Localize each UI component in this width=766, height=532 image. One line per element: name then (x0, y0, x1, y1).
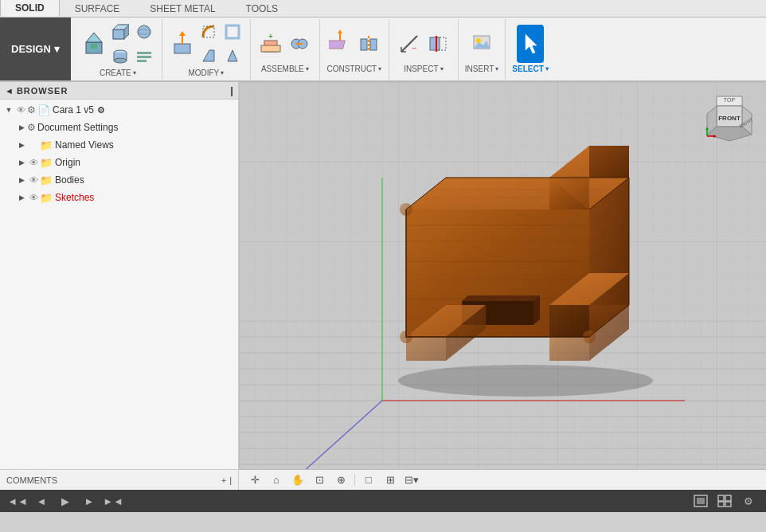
construct-offset-plane-button[interactable] (326, 25, 354, 63)
status-next-button[interactable]: ► (80, 492, 99, 510)
expand-bodies[interactable]: ▶ (16, 176, 27, 184)
inspect-label[interactable]: INSPECT ▾ (404, 65, 443, 73)
folder-named-views: 📁 (40, 139, 53, 151)
expand-doc-settings[interactable]: ▶ (16, 123, 27, 131)
insert-image-button[interactable] (468, 25, 495, 63)
group-select: SELECT ▾ (506, 19, 554, 80)
inspect-measure-button[interactable]: ↔ (396, 25, 423, 63)
object-shadow (398, 365, 653, 397)
group-construct: CONSTRUCT ▾ (320, 19, 389, 80)
browser-content: ▼ 👁 ⚙ 📄 Cara 1 v5 ⚙ ▶ ⚙ Document Setting… (0, 100, 238, 469)
status-prev-button[interactable]: ◄ (32, 492, 51, 510)
modify-fillet-button[interactable] (197, 21, 220, 43)
status-end-button[interactable]: ►◄ (104, 492, 123, 510)
modify-shell-button[interactable] (221, 21, 244, 43)
modify-draft-button[interactable] (221, 45, 244, 67)
viewport-zoom-button[interactable]: ⊕ (331, 471, 350, 489)
viewport-pan-button[interactable]: ✛ (245, 471, 264, 489)
browser-item-sketches[interactable]: ▶ 👁 📁 Sketches (0, 189, 238, 206)
construct-label[interactable]: CONSTRUCT ▾ (326, 65, 381, 73)
viewport[interactable]: FRONT RIGHT TOP ✛ ⌂ ✋ ⊡ ⊕ (239, 82, 766, 490)
browser-panel: ◄ BROWSER | ▼ 👁 ⚙ 📄 Cara 1 v5 ⚙ ▶ ⚙ Docu… (0, 82, 239, 490)
insert-icons (468, 25, 495, 63)
select-button[interactable] (517, 25, 544, 63)
status-play-button[interactable]: ▶ (56, 492, 75, 510)
create-caret: ▾ (133, 69, 136, 76)
svg-marker-18 (179, 31, 186, 36)
eye-origin[interactable]: 👁 (27, 158, 40, 167)
doc-settings-label: Document Settings (37, 122, 118, 133)
assemble-icons: + (257, 25, 313, 63)
eye-sketches[interactable]: 👁 (27, 193, 40, 202)
toolbar-separator-1 (354, 474, 355, 486)
eye-bodies[interactable]: 👁 (27, 175, 40, 185)
viewport-home-button[interactable]: ⌂ (267, 471, 286, 489)
expand-origin[interactable]: ▶ (16, 158, 27, 166)
create-text: CREATE (100, 68, 131, 77)
viewport-hand-button[interactable]: ✋ (288, 471, 307, 489)
status-box-view-button[interactable] (715, 492, 734, 510)
modify-label[interactable]: MODIFY ▾ (188, 68, 224, 77)
browser-item-bodies[interactable]: ▶ 👁 📁 Bodies (0, 171, 238, 189)
eye-root[interactable]: 👁 (14, 105, 27, 115)
browser-item-named-views[interactable]: ▶ 📁 Named Views (0, 136, 238, 154)
inspect-section-analysis-button[interactable] (424, 25, 451, 63)
status-frame-view-button[interactable] (691, 492, 710, 510)
tab-solid[interactable]: SOLID (0, 0, 60, 17)
select-caret: ▾ (545, 65, 549, 72)
browser-collapse-icon[interactable]: ◄ (5, 86, 14, 96)
svg-marker-21 (228, 50, 237, 61)
assemble-joint-button[interactable] (286, 25, 313, 63)
folder-sketches: 📁 (40, 192, 53, 204)
design-button[interactable]: DESIGN ▾ (0, 18, 71, 80)
main-area: ◄ BROWSER | ▼ 👁 ⚙ 📄 Cara 1 v5 ⚙ ▶ ⚙ Docu… (0, 82, 766, 490)
viewport-grid-dropdown-button[interactable]: ⊟▾ (402, 471, 421, 489)
construct-icons (326, 25, 382, 63)
svg-rect-3 (113, 29, 124, 39)
tab-tools[interactable]: TOOLS (231, 0, 293, 17)
expand-named-views[interactable]: ▶ (16, 141, 27, 149)
gear-root[interactable]: ⚙ (27, 104, 36, 115)
create-more-button[interactable] (133, 45, 155, 67)
construct-midplane-button[interactable] (355, 25, 382, 63)
expand-sketches[interactable]: ▶ (16, 194, 27, 201)
create-cylinder-button[interactable] (109, 45, 131, 67)
svg-marker-44 (526, 34, 537, 53)
assemble-new-component-button[interactable]: + (257, 25, 284, 63)
browser-item-origin[interactable]: ▶ 👁 📁 Origin (0, 154, 238, 171)
browser-item-root[interactable]: ▼ 👁 ⚙ 📄 Cara 1 v5 ⚙ (0, 101, 238, 119)
svg-rect-14 (137, 52, 151, 54)
browser-expand-icon[interactable]: | (230, 84, 233, 96)
assemble-caret: ▾ (306, 65, 309, 72)
svg-rect-91 (718, 502, 724, 507)
viewport-bottom-toolbar: ✛ ⌂ ✋ ⊡ ⊕ □ ⊞ ⊟▾ (239, 469, 766, 490)
assemble-label[interactable]: ASSEMBLE ▾ (261, 65, 309, 73)
select-label[interactable]: SELECT ▾ (512, 65, 548, 73)
modify-press-pull-button[interactable] (169, 25, 196, 63)
viewport-display-mode-button[interactable]: □ (359, 471, 378, 489)
browser-item-doc-settings[interactable]: ▶ ⚙ Document Settings (0, 119, 238, 136)
view-cube[interactable]: FRONT RIGHT TOP (701, 90, 758, 147)
create-extrude-button[interactable] (80, 25, 107, 63)
tab-surface[interactable]: SURFACE (60, 0, 135, 17)
create-label[interactable]: CREATE ▾ (100, 68, 136, 77)
svg-rect-32 (370, 39, 377, 50)
viewport-zoom-fit-button[interactable]: ⊡ (310, 471, 329, 489)
toolbar-wrapper: SOLID SURFACE SHEET METAL TOOLS DESIGN ▾ (0, 0, 766, 82)
viewport-grid-button[interactable]: ⊞ (381, 471, 400, 489)
expand-root[interactable]: ▼ (3, 106, 14, 114)
modify-chamfer-button[interactable] (197, 45, 220, 67)
insert-label[interactable]: INSERT ▾ (465, 65, 499, 73)
status-settings-button[interactable]: ⚙ (739, 492, 758, 510)
view-cube-svg[interactable]: FRONT RIGHT TOP (701, 90, 758, 147)
svg-rect-15 (137, 56, 151, 58)
create-sphere-button[interactable] (133, 21, 155, 43)
comments-plus-button[interactable]: + (221, 475, 226, 485)
create-box-button[interactable] (109, 21, 131, 43)
status-bar-left: ◄◄ ◄ ▶ ► ►◄ (8, 492, 123, 510)
tab-sheet-metal[interactable]: SHEET METAL (135, 0, 230, 17)
root-settings-icon[interactable]: ⚙ (97, 105, 105, 115)
status-rewind-button[interactable]: ◄◄ (8, 492, 27, 510)
svg-marker-30 (338, 29, 342, 33)
gear-doc-settings[interactable]: ⚙ (27, 122, 36, 133)
